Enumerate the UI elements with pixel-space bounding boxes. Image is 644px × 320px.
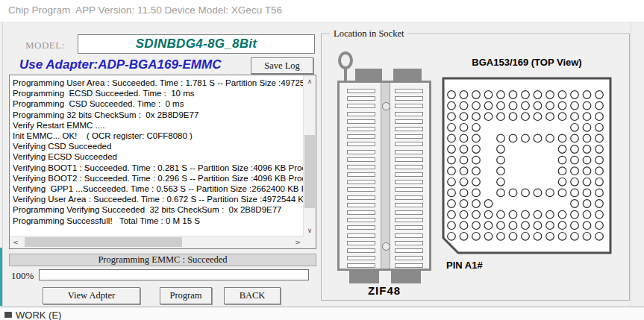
zif-pin-slot [347, 96, 375, 101]
log-line: Programming CSD Succeeded. Time : 0 ms [13, 98, 304, 109]
zif-pin-slot [395, 263, 423, 268]
log-line: Verify Restart EMMC .... [13, 120, 304, 131]
bga-view-title: BGA153/169 (TOP View) [442, 57, 612, 68]
zif-pin-slot [395, 241, 423, 245]
log-line: Init EMMC... OK! ( OCR register: C0FF808… [13, 131, 304, 141]
zif-screw-icon [382, 242, 390, 251]
zif-bottom-tab [349, 271, 379, 283]
status-bar: Programming EMMC : Succeeded [9, 254, 316, 266]
zif-pin-slot [395, 89, 423, 93]
save-log-button[interactable]: Save Log [251, 57, 313, 74]
model-label: MODEL: [25, 40, 65, 51]
back-button[interactable]: BACK [224, 287, 281, 304]
zif-pin-slot [347, 263, 375, 268]
window-titlebar[interactable]: Chip Program APP Version: 11.50 Device M… [0, 0, 644, 22]
groupbox-title: Location in Socket [330, 28, 407, 40]
zif-top-tab [393, 69, 422, 81]
log-line: Programming ECSD Succeeded. Time : 10 ms [13, 88, 304, 98]
zif-lever-stem [344, 68, 347, 81]
horizontal-scrollbar-thumb[interactable] [25, 237, 182, 247]
progress-bar [39, 269, 309, 280]
pin-a1-label: PIN A1# [446, 260, 483, 271]
scroll-left-icon[interactable]: < [10, 236, 22, 248]
zif-pin-slot [395, 225, 423, 230]
zif-pin-slot [347, 157, 375, 162]
zif-pin-slot [395, 157, 423, 162]
zif-pin-slot [395, 210, 423, 215]
zif-pin-slot [395, 195, 423, 200]
model-field[interactable]: SDINBDG4-8G_8Bit [78, 34, 315, 54]
zif-pin-slot [347, 233, 375, 238]
zif-pin-slot [395, 180, 423, 184]
zif-pin-slot [395, 134, 423, 139]
view-adapter-button[interactable]: View Adpter [43, 287, 140, 304]
zif-pin-slot [347, 112, 375, 116]
scroll-up-icon[interactable]: ∧ [304, 75, 316, 87]
log-line: Programming Verifying Succeeded 32 bits … [13, 204, 304, 215]
zif-pin-slot [395, 165, 423, 169]
window-title: Chip Program [8, 4, 70, 16]
zif-pin-slot [347, 134, 375, 139]
zif-pin-slot [395, 203, 423, 207]
zif-pin-slot [395, 104, 423, 108]
zif-pin-slot [347, 248, 375, 253]
work-window-icon [4, 312, 12, 318]
model-value: SDINBDG4-8G_8Bit [136, 37, 257, 51]
vertical-scrollbar-thumb[interactable] [304, 135, 315, 208]
zif-pin-slot [347, 218, 375, 222]
zif-pin-slot [347, 150, 375, 154]
log-vertical-scrollbar[interactable]: ∧ ∨ [303, 75, 316, 236]
zif-pin-slot [347, 195, 375, 200]
program-button[interactable]: Program [160, 287, 212, 304]
zif-center-strip [381, 83, 390, 269]
zif-bottom-tab [391, 271, 421, 283]
zif-pin-slot [395, 233, 423, 238]
log-text[interactable]: Programming User Area : Succeeded. Time … [10, 75, 304, 236]
log-line: Verifying ECSD Succeeded [13, 151, 304, 162]
progress-percent-label: 100% [11, 270, 34, 282]
zif-pin-slot [395, 142, 423, 146]
zif-pin-slot [347, 165, 375, 169]
zif-pin-slot [395, 96, 423, 101]
scroll-down-icon[interactable]: ∨ [304, 225, 316, 236]
zif-pin-slot [395, 248, 423, 253]
zif-screw-icon [382, 102, 390, 110]
log-line: Verifying User Area : Succeeded. Time : … [13, 194, 304, 204]
log-line: Programming User Area : Succeeded. Time … [13, 78, 304, 88]
chip-program-window: Chip Program APP Version: 11.50 Device M… [0, 0, 644, 320]
zif-pin-slot [347, 127, 375, 131]
zif-pin-slot [395, 218, 423, 222]
scroll-right-icon[interactable]: > [292, 236, 304, 248]
adapter-text: Use Adapter:ADP-BGA169-EMMC [19, 57, 247, 72]
zif-pin-slot [347, 187, 375, 192]
log-line: Verifying CSD Succeeded [13, 141, 304, 151]
work-window-label: WORK (E) [16, 310, 61, 320]
zif-pin-column-left [347, 89, 375, 268]
zif-pin-slot [347, 142, 375, 146]
zif-pin-slot [395, 127, 423, 131]
zif-pin-slot [347, 225, 375, 230]
bga-chip-diagram [442, 77, 612, 254]
log-line: Verifying BOOT2 : Succeeded. Time : 0.29… [13, 173, 304, 183]
zif-pin-slot [347, 241, 375, 245]
log-output-panel[interactable]: Programming User Area : Succeeded. Time … [9, 75, 316, 249]
log-horizontal-scrollbar[interactable]: < > [10, 236, 304, 248]
zif-pin-slot [395, 150, 423, 154]
zif-pin-slot [395, 119, 423, 124]
zif-pin-column-right [395, 89, 423, 268]
zif-pin-slot [347, 172, 375, 177]
zif-pin-slot [395, 187, 423, 192]
zif-pin-slot [395, 172, 423, 177]
zif-pin-slot [347, 256, 375, 260]
zif-pin-slot [395, 112, 423, 116]
zif-lever-icon [338, 51, 353, 69]
zif-pin-slot [347, 203, 375, 207]
background-window-strip[interactable]: WORK (E) [0, 307, 644, 320]
zif-pin-slot [395, 256, 423, 260]
zif-pin-slot [347, 104, 375, 108]
log-line: Verifying GPP1 ...Succeeded. Time : 0.56… [13, 183, 304, 194]
log-line: Programming 32 bits CheckSum : 0x 2B8D9E… [13, 110, 304, 120]
window-left-border [2, 0, 3, 306]
zif-pin-slot [347, 89, 375, 93]
window-right-border [631, 22, 631, 306]
